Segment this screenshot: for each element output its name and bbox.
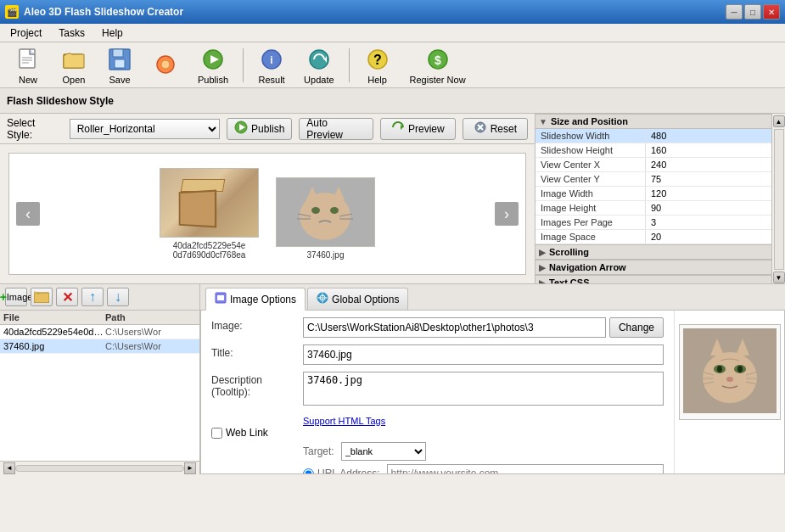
- next-arrow-button[interactable]: ›: [495, 202, 519, 226]
- slideshow-preview: ‹ 40da2fcd5229e54e0d7d690d0cf768ea: [8, 153, 526, 275]
- props-scrollbar[interactable]: ▲ ▼: [771, 114, 785, 283]
- toolbar-separator: [243, 48, 244, 82]
- image-path-input[interactable]: [303, 317, 606, 338]
- weblink-checkbox-label[interactable]: Web Link: [211, 427, 296, 439]
- section-text-css[interactable]: ▶ Text CSS: [535, 275, 771, 283]
- save-button[interactable]: Save: [98, 42, 141, 88]
- move-up-button[interactable]: ↑: [81, 288, 104, 306]
- window-controls[interactable]: ─ □ ✕: [726, 4, 780, 20]
- move-down-button[interactable]: ↓: [107, 288, 129, 306]
- svg-rect-7: [115, 59, 125, 68]
- props-row-view-center-y[interactable]: View Center Y 75: [535, 172, 771, 187]
- thumbnail-image: [683, 328, 777, 413]
- update-icon: [306, 46, 333, 73]
- weblink-checkbox[interactable]: [211, 428, 222, 439]
- reset-button[interactable]: Reset: [463, 118, 528, 140]
- url-radio-label[interactable]: URL Address:: [303, 468, 380, 474]
- register-label: Register Now: [410, 75, 466, 85]
- scroll-up-button[interactable]: ▲: [773, 115, 785, 127]
- col-path-label: Path: [105, 312, 196, 322]
- props-row-image-space[interactable]: Image Space 20: [535, 230, 771, 244]
- description-textarea[interactable]: 37460.jpg: [303, 372, 664, 406]
- props-row-image-width[interactable]: Image Width 120: [535, 187, 771, 201]
- props-key-view-center-y: View Center Y: [535, 172, 646, 186]
- url-input[interactable]: [387, 464, 664, 474]
- file-row-1[interactable]: 40da2fcd5229e54e0d7... C:\Users\Wor: [0, 325, 199, 339]
- new-button[interactable]: New: [7, 42, 49, 88]
- props-val-view-center-y: 75: [646, 172, 771, 186]
- props-val-image-width: 120: [646, 187, 771, 200]
- change-button[interactable]: Change: [609, 317, 664, 338]
- style-bar: Flash Slideshow Style: [0, 88, 785, 114]
- section-size-position[interactable]: ▼ Size and Position: [535, 114, 771, 129]
- image-options-tab-icon: [215, 292, 227, 306]
- props-val-view-center-x: 240: [646, 158, 771, 171]
- tab-content: Image: Change Title:: [200, 311, 785, 474]
- title-field: [303, 344, 664, 365]
- props-row-view-center-x[interactable]: View Center X 240: [535, 158, 771, 172]
- section-scrolling[interactable]: ▶ Scrolling: [535, 244, 771, 260]
- preview-icon: [391, 120, 405, 137]
- prev-arrow-button[interactable]: ‹: [16, 202, 40, 226]
- publish-button[interactable]: Publish: [190, 42, 236, 88]
- help-button[interactable]: ? Help: [356, 42, 399, 88]
- tab-global-options[interactable]: Global Options: [307, 288, 408, 310]
- hscroll-left[interactable]: ◄: [3, 462, 15, 474]
- result-label: Result: [258, 75, 284, 85]
- url-radio[interactable]: [303, 468, 314, 475]
- result-button[interactable]: i Result: [250, 42, 293, 88]
- publish-small-button[interactable]: Publish: [227, 118, 292, 140]
- section-navigation[interactable]: ▶ Navigation Arrow: [535, 260, 771, 275]
- delete-button[interactable]: ✕: [56, 288, 78, 306]
- open-label: Open: [63, 75, 86, 85]
- svg-point-27: [300, 193, 350, 240]
- style-icon: [152, 51, 179, 78]
- style-button[interactable]: [144, 48, 187, 83]
- file-scrollbar[interactable]: ◄ ►: [0, 461, 199, 474]
- weblink-label: Web Link: [226, 427, 268, 439]
- open-button[interactable]: Open: [53, 42, 95, 88]
- register-button[interactable]: $ Register Now: [402, 42, 474, 88]
- form-row-image: Image: Change: [211, 317, 664, 338]
- maximize-button[interactable]: □: [744, 4, 761, 20]
- menu-tasks[interactable]: Tasks: [55, 26, 88, 40]
- auto-preview-label: Auto Preview: [306, 117, 366, 141]
- menu-help[interactable]: Help: [98, 26, 126, 40]
- add-image-button[interactable]: + Image: [5, 288, 27, 306]
- file-row-2[interactable]: 37460.jpg C:\Users\Wor: [0, 339, 199, 354]
- target-row: Target: _blank _self: [303, 442, 664, 461]
- minimize-button[interactable]: ─: [726, 4, 743, 20]
- props-row-slideshow-width[interactable]: Slideshow Width 480: [535, 129, 771, 143]
- svg-point-30: [311, 207, 320, 214]
- publish-small-icon: [234, 120, 248, 137]
- support-html-link[interactable]: Support HTML Tags: [303, 416, 385, 426]
- svg-point-48: [717, 366, 722, 372]
- close-button[interactable]: ✕: [763, 4, 780, 20]
- target-select[interactable]: _blank _self: [341, 442, 426, 461]
- hscroll-right[interactable]: ►: [184, 462, 196, 474]
- update-button[interactable]: Update: [296, 42, 341, 88]
- props-val-image-space: 20: [646, 230, 771, 244]
- preview-button[interactable]: Preview: [380, 118, 456, 140]
- result-icon: i: [258, 46, 285, 73]
- tab-image-options[interactable]: Image Options: [205, 288, 306, 311]
- svg-point-50: [737, 366, 743, 372]
- auto-preview-button[interactable]: Auto Preview: [299, 118, 373, 140]
- scroll-down-button[interactable]: ▼: [773, 272, 785, 283]
- add-image-label: Image: [7, 292, 33, 302]
- props-row-images-per-page[interactable]: Images Per Page 3: [535, 216, 771, 230]
- global-options-tab-icon: [317, 292, 328, 306]
- props-row-image-height[interactable]: Image Height 90: [535, 201, 771, 216]
- menu-project[interactable]: Project: [7, 26, 45, 40]
- file-path-1: C:\Users\Wor: [105, 327, 196, 337]
- slide-image-2: [276, 177, 375, 247]
- props-row-slideshow-height[interactable]: Slideshow Height 160: [535, 143, 771, 158]
- url-row: URL Address:: [303, 464, 664, 474]
- target-label: Target:: [303, 445, 334, 457]
- title-input[interactable]: [303, 344, 664, 365]
- add-folder-button[interactable]: [31, 288, 53, 306]
- slide-item-2: 37460.jpg: [276, 177, 375, 260]
- section-text-css-label: Text CSS: [549, 277, 589, 283]
- down-icon: ↓: [115, 289, 121, 305]
- style-select[interactable]: Roller_Horizontal: [70, 119, 220, 139]
